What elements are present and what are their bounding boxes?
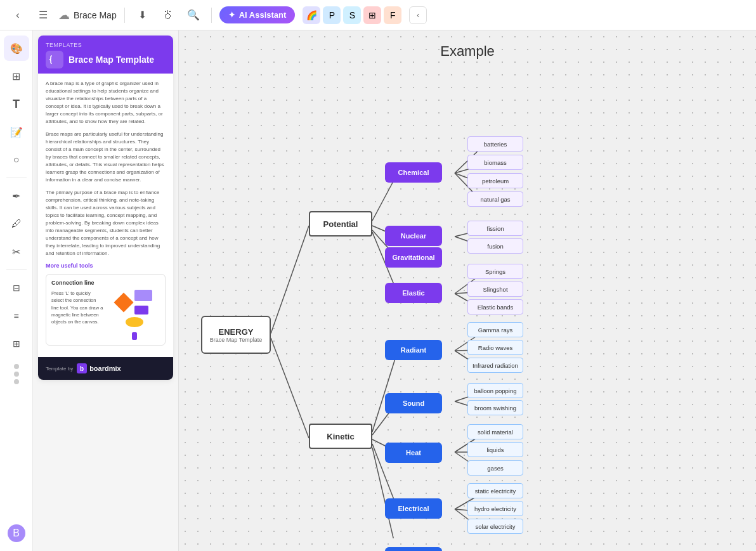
- canvas-area[interactable]: Example: [179, 30, 756, 551]
- sticky-icon: 📝: [10, 126, 23, 138]
- boardmix-logo: b: [77, 363, 87, 373]
- connection-tool-title: Connection line: [51, 280, 160, 286]
- ellipse-shape: [126, 317, 143, 327]
- plugin-1[interactable]: 🌈: [303, 6, 320, 24]
- batteries-item: batteries: [467, 136, 523, 152]
- svg-line-15: [372, 351, 398, 432]
- springs-item: Springs: [467, 264, 523, 279]
- left-sidebar: 🎨 ⊞ T 📝 ○ ✒ 🖊 ✂ ⊟ ≡ ⊞: [0, 30, 33, 551]
- sidebar-item-scissors[interactable]: ✂: [4, 239, 29, 264]
- document-title-area: ☁ Brace Map: [58, 8, 117, 22]
- kinetic-node: Kinetic: [309, 424, 372, 449]
- sidebar-item-shapes[interactable]: ○: [4, 147, 29, 172]
- solid-item: solid material: [467, 424, 523, 439]
- plugin-5[interactable]: F: [384, 6, 401, 24]
- palette-icon: 🎨: [10, 42, 23, 55]
- templates-label: Templates: [46, 42, 166, 48]
- plugin-3[interactable]: S: [343, 6, 361, 24]
- static-item: static electricity: [467, 483, 523, 498]
- sidebar-item-pen[interactable]: ✒: [4, 183, 29, 209]
- sidebar-item-sticky[interactable]: 📝: [4, 119, 29, 145]
- scissors-icon: ✂: [12, 246, 20, 258]
- sidebar-divider2: [6, 269, 27, 270]
- rect-shape: [134, 290, 152, 301]
- back-button[interactable]: ‹: [8, 5, 28, 25]
- topbar: ‹ ☰ ☁ Brace Map ⬇ ⛣ 🔍 ✦ AI Assistant 🌈 P…: [0, 0, 756, 30]
- menu-button[interactable]: ☰: [33, 5, 53, 25]
- connection-diagram: [109, 290, 160, 340]
- template-by-label: Template by: [46, 366, 73, 372]
- template-desc-3: The primary purpose of a brace map is to…: [46, 189, 166, 257]
- sidebar-item-user[interactable]: B: [4, 521, 29, 546]
- nuclear-category: Nuclear: [385, 226, 442, 246]
- elastic-bands-item: Elastic bands: [467, 299, 523, 314]
- download-button[interactable]: ⬇: [133, 5, 153, 25]
- sidebar-dots: [14, 359, 19, 389]
- collapse-panel-button[interactable]: ‹: [409, 6, 427, 24]
- liquids-item: liquids: [467, 442, 523, 457]
- template-title-area: Brace Map Template: [46, 51, 166, 68]
- tag-button[interactable]: ⛣: [158, 5, 178, 25]
- user-icon: B: [8, 524, 25, 542]
- energy-node: ENERGY Brace Map Template: [201, 316, 271, 354]
- gamma-rays-item: Gamma rays: [467, 322, 523, 337]
- rect2-shape: [134, 306, 148, 314]
- slingshot-item: Slingshot: [467, 282, 523, 297]
- template-desc-1: A brace map is a type of graphic organiz…: [46, 80, 166, 126]
- brush-icon: 🖊: [11, 218, 22, 230]
- more-tools-link[interactable]: More useful tools: [46, 263, 166, 269]
- natural-gas-item: natural gas: [467, 191, 523, 207]
- sidebar-divider: [6, 178, 27, 178]
- svg-line-1: [271, 338, 309, 438]
- diamond-shape: [114, 292, 133, 312]
- sidebar-item-text[interactable]: T: [4, 91, 29, 117]
- infrared-item: Infrared radiation: [467, 358, 523, 373]
- diagram-shapes: [117, 290, 152, 314]
- plugin-icons: 🌈 P S ⊞ F: [303, 6, 401, 24]
- list-icon: ≡: [13, 311, 18, 321]
- sidebar-item-layout[interactable]: ⊞: [4, 331, 29, 356]
- layout-icon: ⊞: [13, 339, 20, 349]
- solar-item: solar electricity: [467, 519, 523, 534]
- sidebar-item-grid[interactable]: ⊞: [4, 63, 29, 89]
- hydro-item: hydro electricity: [467, 501, 523, 516]
- template-panel: Templates Brace Map Template A brace map…: [33, 30, 179, 551]
- dot3: [14, 379, 19, 384]
- template-header: Templates Brace Map Template: [38, 36, 173, 74]
- plugin-2[interactable]: P: [323, 6, 341, 24]
- connection-row: Press 'L' to quickly select the connecti…: [51, 290, 160, 340]
- template-body: A brace map is a type of graphic organiz…: [38, 74, 173, 357]
- rect-group: [134, 290, 152, 314]
- boardmix-brand: b boardmix: [77, 363, 121, 373]
- template-title: Brace Map Template: [68, 55, 154, 65]
- radiant-category: Radiant: [385, 340, 442, 360]
- template-footer: Template by b boardmix: [38, 357, 173, 380]
- separator2: [211, 8, 212, 23]
- sidebar-item-brush[interactable]: 🖊: [4, 211, 29, 237]
- potential-node: Potential: [309, 211, 372, 237]
- text-icon: T: [13, 98, 20, 111]
- heat-category: Heat: [385, 443, 442, 463]
- separator: [124, 8, 125, 23]
- search-button[interactable]: 🔍: [183, 5, 204, 25]
- line-indicator: [132, 332, 137, 340]
- connection-desc: Press 'L' to quickly select the connecti…: [51, 290, 104, 340]
- sidebar-item-list[interactable]: ≡: [4, 303, 29, 328]
- plugin-4[interactable]: ⊞: [363, 6, 381, 24]
- fission-item: fission: [467, 221, 523, 236]
- sidebar-item-palette[interactable]: 🎨: [4, 36, 29, 61]
- template-card: Templates Brace Map Template A brace map…: [38, 36, 173, 380]
- ai-assistant-button[interactable]: ✦ AI Assistant: [219, 6, 296, 23]
- sidebar-item-table[interactable]: ⊟: [4, 275, 29, 301]
- canvas-title: Example: [179, 43, 756, 60]
- electrical-category: Electrical: [385, 498, 442, 519]
- brace-icon: [49, 55, 60, 65]
- dot2: [14, 372, 19, 377]
- cloud-icon: ☁: [58, 8, 70, 22]
- chemical-category: Chemical: [385, 162, 442, 183]
- balloon-item: balloon popping: [467, 383, 523, 398]
- biomass-item: biomass: [467, 155, 523, 170]
- svg-line-0: [271, 226, 309, 334]
- connection-tool-card: Connection line Press 'L' to quickly sel…: [46, 274, 166, 346]
- broom-item: broom swishing: [467, 400, 523, 415]
